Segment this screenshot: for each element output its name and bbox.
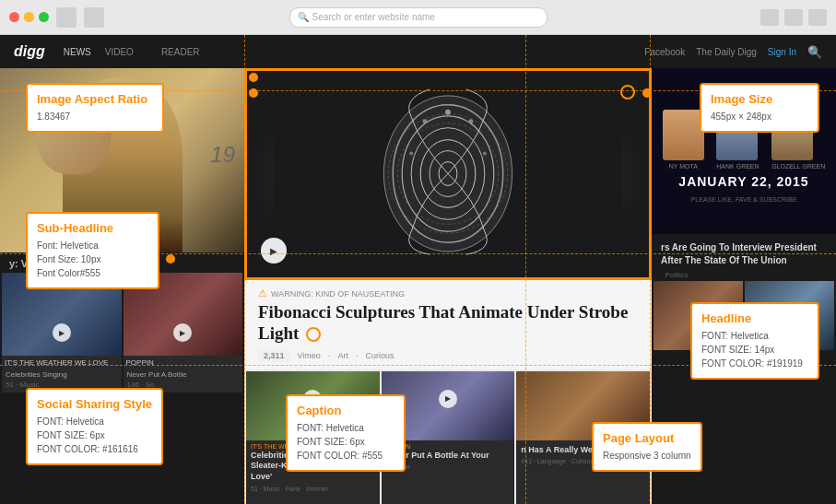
annotation-title-caption: Caption [297,404,394,417]
signin-link[interactable]: Sign In [768,47,796,57]
caption-font: FONT: Helvetica [297,423,364,433]
sub-font-color: Font Color#555 [37,268,100,278]
annotation-value-size: 455px × 248px [711,110,808,123]
person-1-name: NY MOTA [663,163,704,170]
svg-point-10 [445,110,451,115]
play-button-2[interactable]: ▶ [173,323,192,342]
person-3-name: GLOZELL GREEN [771,163,825,170]
headline-font-color: FONT COLOR: #191919 [701,358,803,369]
annotation-value-aspect: 1.83467 [37,110,153,123]
annotation-body-sub: Font: Helvetica Font Size: 10px Font Col… [37,239,148,280]
annotation-headline: Headline FONT: Helvetica FONT SIZE: 14px… [690,302,819,380]
guide-line-v2 [525,35,526,504]
annotation-body-caption: FONT: Helvetica FONT SIZE: 6px FONT COLO… [297,421,394,463]
caption-font-color: FONT COLOR: #555 [297,451,383,461]
annotation-title-aspect: Image Aspect Ratio [37,92,153,106]
maximize-button[interactable] [39,12,49,22]
social-font-color: FONT COLOR: #161616 [37,444,138,454]
article-diggs: 2,311 [258,349,290,362]
video-right-indicator [620,85,635,100]
daily-digg-link[interactable]: The Daily Digg [696,47,757,57]
social-font: FONT: Helvetica [37,416,104,427]
play-button-1[interactable]: ▶ [53,323,71,342]
close-button[interactable] [9,12,19,22]
sidebar-card-2-sub: Never Put A Bottle [124,370,243,381]
sidebar-card-1-sub: Celebrities Singing [2,370,122,381]
person-1: NY MOTA [663,110,704,170]
svg-point-14 [409,152,413,156]
browser-chrome: 🔍 Search or enter website name [0,0,836,35]
svg-point-12 [423,119,428,123]
headline-font: FONT: Helvetica [701,331,769,341]
menu-button[interactable] [808,9,827,26]
sidebar-card-1[interactable]: ▶ IT'S THE WEATHER WE LOVE Celebrities S… [2,273,122,393]
guide-line-v1 [244,35,245,504]
website: digg NEWS VIDEO READER Facebook The Dail… [0,35,836,504]
sidebar-card-2-title: POPPIN [124,356,243,370]
annotation-title-size: Image Size [711,92,808,106]
bookmark-button[interactable] [784,9,803,26]
article-title: Fibonacci Sculptures That Animate Under … [258,302,638,345]
headline-font-size: FONT SIZE: 14px [701,345,774,355]
sidebar-overlay-text: 19 [210,142,235,168]
article-source: Vimeo [298,351,321,360]
address-bar[interactable]: 🔍 Search or enter website name [289,7,548,28]
dot-aspect-ratio [249,88,258,98]
caption-font-size: FONT SIZE: 6px [297,437,365,447]
annotation-title-headline: Headline [701,311,808,325]
article-subcategory: Curious [365,351,394,360]
sidebar-cards: ▶ IT'S THE WEATHER WE LOVE Celebrities S… [0,271,244,394]
svg-point-11 [468,119,473,123]
sidebar-card-2[interactable]: ▶ POPPIN Never Put A Bottle 146 · So [124,273,243,393]
bottom-card-1-meta: 51 · Music · Farte · Internet [246,486,380,492]
annotation-title-layout: Page Layout [603,431,691,445]
social-font-size: FONT SIZE: 6px [37,430,105,440]
title-circle-annotation [306,327,321,342]
search-icon[interactable]: 🔍 [807,45,822,59]
article-area: ⚠ WARNING: KIND OF NAUSEATING Fibonacci … [244,280,652,369]
annotation-value-layout: Responsive 3 column [603,449,691,463]
video-play-button[interactable]: ▶ [261,238,287,264]
dot-image-size [642,88,652,98]
person-2-name: HANK GREEN [716,163,759,170]
annotation-title-social: Social Sharing Style [37,397,152,411]
nav-news[interactable]: NEWS [64,47,91,57]
traffic-lights [9,12,49,22]
warning-icon: ⚠ [258,287,267,299]
annotation-caption: Caption FONT: Helvetica FONT SIZE: 6px F… [286,394,406,472]
annotation-image-aspect-ratio: Image Aspect Ratio 1.83467 [26,83,164,133]
header-right: Facebook The Daily Digg Sign In 🔍 [644,45,822,59]
reader-label: READER [161,47,200,57]
right-date: JANUARY 22, 2015 [652,170,836,193]
meta-separator2: · [356,351,359,360]
nav-video[interactable]: VIDEO [105,47,134,57]
sub-font-size: Font Size: 10px [37,254,100,264]
article-category: Art [337,351,348,360]
article-meta: 2,311 Vimeo · Art · Curious [258,349,638,362]
play-button-bottom-2[interactable]: ▶ [439,390,457,408]
article-warning: ⚠ WARNING: KIND OF NAUSEATING [258,287,638,299]
annotation-body-social: FONT: Helvetica FONT SIZE: 6px FONT COLO… [37,415,152,456]
video-content [247,71,649,277]
site-logo[interactable]: digg [14,43,45,60]
nav-back-button[interactable] [56,7,77,28]
annotation-body-headline: FONT: Helvetica FONT SIZE: 14px FONT COL… [701,329,808,370]
annotation-social-sharing: Social Sharing Style FONT: Helvetica FON… [26,388,163,465]
share-button[interactable] [760,9,779,26]
sub-font: Font: Helvetica [37,240,99,251]
sidebar-card-1-title: IT'S THE WEATHER WE LOVE [2,356,122,370]
browser-actions [760,9,827,26]
minimize-button[interactable] [24,12,34,22]
right-subscribe: PLEASE LIKE, FAVE & SUBSCRIBE [652,193,836,205]
site-nav: NEWS VIDEO [64,47,134,57]
svg-point-13 [483,152,487,156]
annotation-title-sub: Sub-Headline [37,221,148,235]
site-header: digg NEWS VIDEO READER Facebook The Dail… [0,35,836,68]
right-article-title: rs Are Going To Interview President Afte… [652,234,836,271]
video-player[interactable]: ▶ [244,68,652,280]
annotation-image-size: Image Size 455px × 248px [700,83,819,133]
annotation-page-layout: Page Layout Responsive 3 column [592,422,702,472]
video-background: ▶ [247,71,649,277]
nav-forward-button[interactable] [84,7,104,28]
right-article-meta: · Politics [652,271,836,279]
